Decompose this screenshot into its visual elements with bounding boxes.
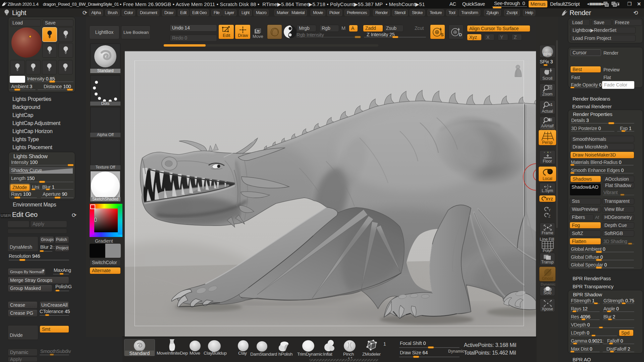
- svg-text:≡: ≡: [544, 151, 545, 154]
- svg-text:≡: ≡: [550, 151, 551, 154]
- svg-text:XYZ: XYZ: [546, 197, 553, 201]
- svg-text:x1: x1: [549, 103, 553, 107]
- svg-text:S: S: [441, 32, 444, 37]
- svg-text:▼: ▼: [547, 151, 549, 154]
- svg-text:D: D: [459, 32, 462, 37]
- svg-text:Z: Z: [548, 215, 550, 218]
- svg-text:M: M: [257, 29, 260, 33]
